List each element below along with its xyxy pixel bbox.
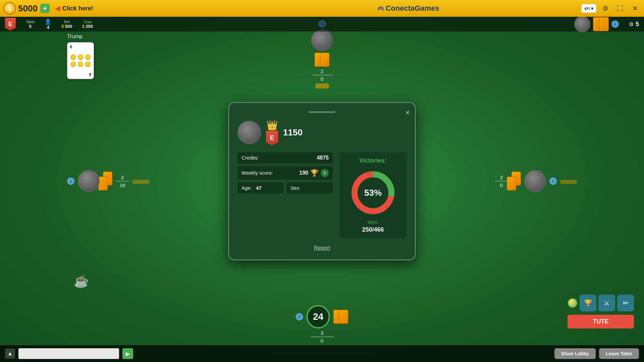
crown-badge: 👑 E [266, 120, 278, 145]
credits-label: Credits: [241, 155, 259, 161]
weekly-label: Weekly score: [241, 170, 273, 176]
weekly-trophy-count: 0 [321, 169, 329, 177]
modal-player-avatar [237, 121, 261, 144]
player-profile-modal-overlay: × 👑 E 1150 Credits: 4875 Weekly score: 1… [0, 0, 644, 362]
age-value: 47 [256, 185, 262, 191]
modal-player-score: 1150 [283, 127, 303, 138]
weekly-trophy-icon: 🏆 [310, 169, 319, 177]
modal-footer: Report [237, 245, 407, 251]
modal-header: 👑 E 1150 [237, 120, 407, 145]
modal-close-button[interactable]: × [405, 108, 410, 117]
won-value: 250/466 [362, 226, 384, 233]
crown-icon: 👑 [266, 120, 278, 131]
sex-label: Sex: [290, 185, 301, 191]
modal-stats-section: Credits: 4875 Weekly score: 190 🏆 0 Age:… [237, 152, 333, 238]
victories-donut-chart: 53% [350, 169, 396, 216]
weekly-score-row: Weekly score: 190 🏆 0 [237, 166, 333, 180]
modal-body: Credits: 4875 Weekly score: 190 🏆 0 Age:… [237, 152, 407, 238]
victories-title: Victories: [359, 157, 387, 164]
age-sex-row: Age: 47 Sex: [237, 182, 333, 193]
age-box: Age: 47 [237, 182, 284, 193]
report-button[interactable]: Report [314, 245, 330, 251]
modal-rank-badge: E [266, 131, 278, 145]
won-label: Won: [368, 220, 378, 225]
weekly-value-area: 190 🏆 0 [299, 169, 329, 177]
player-profile-modal: × 👑 E 1150 Credits: 4875 Weekly score: 1… [228, 102, 416, 260]
victories-section: Victories: 53% Won: 250/466 [339, 152, 407, 238]
modal-drag-handle [309, 111, 335, 113]
sex-box: Sex: [286, 182, 333, 193]
age-label: Age: [241, 185, 252, 191]
weekly-value: 190 [299, 170, 308, 176]
donut-percent-label: 53% [364, 187, 382, 198]
credits-row: Credits: 4875 [237, 152, 333, 164]
credits-value: 4875 [317, 155, 329, 161]
